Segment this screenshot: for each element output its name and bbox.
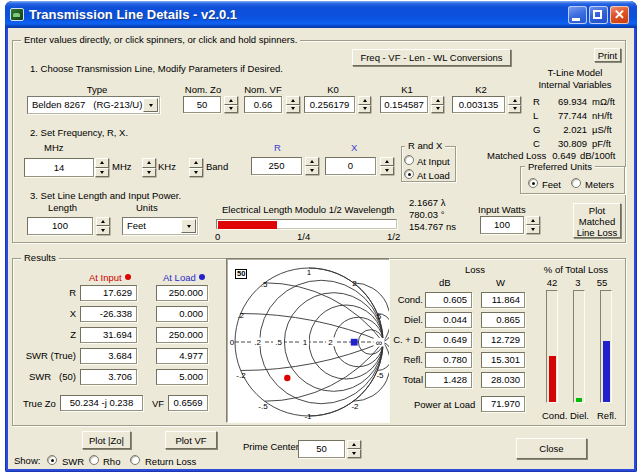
svg-text:1: 1	[303, 338, 308, 347]
svg-text:.2: .2	[237, 311, 244, 320]
svg-text:0: 0	[230, 338, 235, 347]
svg-text:.2: .2	[254, 338, 261, 347]
svg-text:∞: ∞	[376, 338, 382, 348]
svg-text:-.2: -.2	[236, 371, 246, 380]
svg-text:1: 1	[307, 268, 312, 277]
svg-text:-.5: -.5	[258, 402, 268, 411]
svg-text:.5: .5	[275, 338, 282, 347]
svg-text:2: 2	[352, 279, 357, 288]
svg-text:-2: -2	[351, 402, 359, 411]
svg-text:5: 5	[377, 312, 382, 321]
svg-text:.5: .5	[261, 280, 268, 289]
svg-text:-5: -5	[376, 371, 384, 380]
svg-text:2: 2	[328, 338, 333, 347]
svg-text:-1: -1	[304, 412, 312, 421]
